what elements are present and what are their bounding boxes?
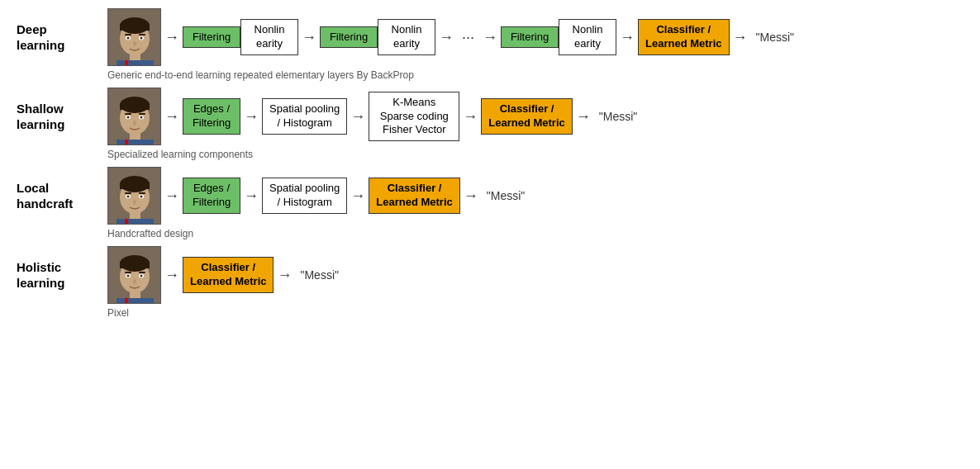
svg-rect-58 xyxy=(117,298,154,304)
svg-point-57 xyxy=(133,279,136,284)
row-label-1: Shallow learning xyxy=(17,101,107,133)
row-label-0: Deep learning xyxy=(17,21,107,54)
svg-rect-44 xyxy=(125,219,128,225)
arrow-icon: → xyxy=(302,29,316,46)
pipeline-row-0: Deep learning →FilteringNonlin earity→Fi… xyxy=(17,8,963,66)
pipeline-block: Classifier / Learned Metric xyxy=(369,178,459,214)
arrow-icon: → xyxy=(164,267,179,284)
pipeline-block: Edges / Filtering xyxy=(183,178,240,214)
arrow-icon: → xyxy=(164,108,179,126)
svg-point-8 xyxy=(127,37,130,40)
row-content-2: →Edges / Filtering→Spatial pooling / His… xyxy=(107,167,963,225)
pipeline-block: Classifier / Learned Metric xyxy=(638,19,729,55)
svg-point-42 xyxy=(133,200,136,205)
pipeline-row-2: Local handcraft →Edges / Filtering→Spati… xyxy=(17,167,963,225)
row-caption-3: Pixel xyxy=(107,307,963,319)
svg-rect-50 xyxy=(120,262,150,268)
svg-rect-29 xyxy=(125,140,128,145)
svg-rect-5 xyxy=(120,24,150,31)
svg-rect-10 xyxy=(125,34,131,36)
output-label: "Messi" xyxy=(756,31,795,44)
row-section-2: Local handcraft →Edges / Filtering→Spati… xyxy=(17,167,963,239)
arrow-icon: → xyxy=(439,29,454,46)
face-image xyxy=(107,167,161,225)
svg-rect-13 xyxy=(117,60,154,66)
pipeline-block: Edges / Filtering xyxy=(183,98,240,135)
svg-point-39 xyxy=(140,196,143,198)
svg-point-24 xyxy=(140,116,143,119)
pipeline-block: Spatial pooling / Histogram xyxy=(262,98,347,135)
face-image xyxy=(107,8,161,66)
face-image xyxy=(107,88,161,145)
output-label: "Messi" xyxy=(300,268,339,282)
row-section-0: Deep learning →FilteringNonlin earity→Fi… xyxy=(17,8,963,81)
svg-point-23 xyxy=(127,116,130,119)
arrow-icon: → xyxy=(464,187,478,205)
row-caption-0: Generic end-to-end learning repeated ele… xyxy=(107,69,963,81)
pipeline-block: Classifier / Learned Metric xyxy=(183,257,274,293)
row-content-1: →Edges / Filtering→Spatial pooling / His… xyxy=(107,88,963,145)
svg-rect-40 xyxy=(125,192,131,194)
svg-rect-43 xyxy=(117,219,154,225)
svg-rect-56 xyxy=(139,272,145,273)
svg-point-54 xyxy=(140,275,143,277)
pipeline-row-3: Holistic learning →Classifier / Learned … xyxy=(17,246,963,304)
pipeline-block: K-Means Sparse coding Fisher Vector xyxy=(369,92,459,142)
arrow-icon: → xyxy=(277,267,292,284)
svg-point-12 xyxy=(133,41,136,46)
svg-rect-20 xyxy=(120,103,150,110)
row-label-3: Holistic learning xyxy=(17,259,107,291)
output-label: "Messi" xyxy=(487,189,526,202)
diagram: Deep learning →FilteringNonlin earity→Fi… xyxy=(0,0,980,334)
arrow-icon: → xyxy=(733,29,748,46)
row-section-3: Holistic learning →Classifier / Learned … xyxy=(17,246,963,319)
svg-rect-41 xyxy=(139,192,145,194)
svg-rect-35 xyxy=(120,182,150,189)
arrow-icon: → xyxy=(164,29,179,46)
row-label-2: Local handcraft xyxy=(17,180,107,212)
svg-rect-26 xyxy=(139,113,145,115)
svg-point-38 xyxy=(127,196,130,198)
arrow-icon: → xyxy=(576,108,591,126)
pipeline-block: Nonlin earity xyxy=(240,19,298,55)
row-content-0: →FilteringNonlin earity→FilteringNonlin … xyxy=(107,8,963,66)
arrow-icon: → xyxy=(244,108,259,126)
row-section-1: Shallow learning →Edges / Filtering→Spat… xyxy=(17,88,963,160)
row-caption-1: Specialized learning components xyxy=(107,149,963,160)
svg-point-9 xyxy=(140,37,143,40)
output-label: "Messi" xyxy=(599,110,638,123)
pipeline-block: Filtering xyxy=(183,26,240,49)
arrow-icon: → xyxy=(244,187,259,205)
arrow-icon: → xyxy=(164,187,179,205)
svg-rect-11 xyxy=(139,34,145,36)
pipeline-block: Classifier / Learned Metric xyxy=(481,98,572,135)
arrow-icon: → xyxy=(350,187,365,205)
svg-rect-28 xyxy=(117,140,154,145)
row-content-3: →Classifier / Learned Metric→"Messi" xyxy=(107,246,963,304)
pipeline-block: Spatial pooling / Histogram xyxy=(262,178,347,214)
ellipsis: ··· xyxy=(462,29,474,46)
arrow-icon: → xyxy=(463,108,478,126)
pipeline-block: Nonlin earity xyxy=(559,19,616,55)
pipeline-row-1: Shallow learning →Edges / Filtering→Spat… xyxy=(17,88,963,145)
arrow-icon: → xyxy=(350,108,365,126)
row-caption-2: Handcrafted design xyxy=(107,228,963,239)
pipeline-block: Filtering xyxy=(320,26,378,49)
svg-point-27 xyxy=(133,121,136,126)
svg-rect-59 xyxy=(125,298,128,304)
svg-rect-25 xyxy=(125,113,131,115)
svg-point-53 xyxy=(127,275,130,277)
arrow-icon: → xyxy=(620,29,635,46)
arrow-icon: → xyxy=(483,29,497,46)
face-image xyxy=(107,246,161,304)
svg-rect-14 xyxy=(125,60,128,66)
svg-rect-55 xyxy=(125,272,131,273)
pipeline-block: Filtering xyxy=(501,26,559,49)
pipeline-block: Nonlin earity xyxy=(378,19,435,55)
